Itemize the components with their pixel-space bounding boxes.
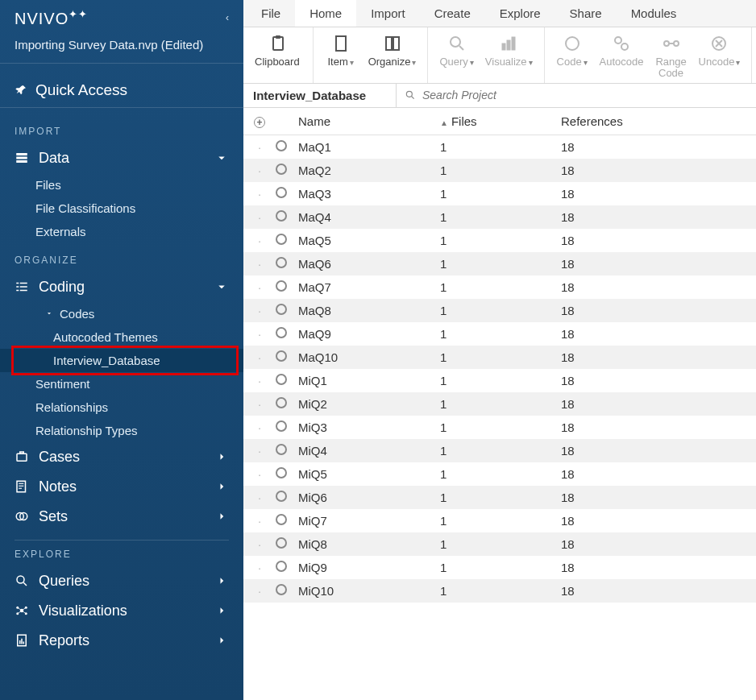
node-icon bbox=[276, 491, 287, 502]
nav-coding[interactable]: Coding bbox=[0, 272, 243, 302]
menu-modules[interactable]: Modules bbox=[617, 0, 692, 27]
ribbon-item-label: Item bbox=[328, 56, 348, 68]
ribbon-query: Query▾ bbox=[439, 34, 473, 68]
table-row[interactable]: ·MaQ8118 bbox=[243, 299, 756, 322]
sidebar-item-autocoded-themes[interactable]: Autocoded Themes bbox=[0, 325, 243, 349]
sidebar-item-externals[interactable]: Externals bbox=[0, 220, 243, 243]
cell-refs: 18 bbox=[561, 584, 756, 598]
table-row[interactable]: ·MaQ10118 bbox=[243, 346, 756, 369]
node-icon bbox=[276, 210, 287, 222]
expand-all-icon[interactable]: + bbox=[254, 117, 265, 128]
nav-reports-label: Reports bbox=[39, 632, 89, 649]
cell-refs: 18 bbox=[561, 304, 756, 317]
node-icon bbox=[276, 234, 287, 245]
ribbon-autocode: Autocode bbox=[600, 34, 644, 80]
sidebar-item-relationship-types[interactable]: Relationship Types bbox=[0, 419, 243, 442]
data-icon bbox=[15, 151, 29, 165]
ribbon-clipboard[interactable]: Clipboard bbox=[255, 34, 301, 68]
table-row[interactable]: ·MaQ1118 bbox=[243, 135, 756, 159]
nav-cases[interactable]: Cases bbox=[0, 442, 243, 472]
nav-queries[interactable]: Queries bbox=[0, 566, 243, 596]
cell-files: 1 bbox=[440, 491, 561, 504]
table-row[interactable]: ·MiQ2118 bbox=[243, 392, 756, 416]
col-name-header[interactable]: Name bbox=[295, 114, 440, 128]
cell-files: 1 bbox=[440, 280, 561, 294]
tree-connector: · bbox=[243, 140, 276, 154]
svg-rect-5 bbox=[16, 286, 19, 288]
quick-access[interactable]: Quick Access bbox=[0, 73, 243, 108]
menu-explore[interactable]: Explore bbox=[485, 0, 555, 27]
node-icon bbox=[276, 187, 287, 198]
col-files-header[interactable]: ▲Files bbox=[440, 114, 561, 128]
search-input[interactable] bbox=[422, 89, 748, 101]
tree-connector: · bbox=[243, 187, 276, 201]
nav-visualizations[interactable]: Visualizations bbox=[0, 596, 243, 626]
table-row[interactable]: ·MiQ7118 bbox=[243, 509, 756, 532]
cell-refs: 18 bbox=[561, 561, 756, 574]
node-icon bbox=[276, 304, 287, 315]
nav-data-label: Data bbox=[39, 150, 69, 167]
nav-sets[interactable]: Sets bbox=[0, 502, 243, 532]
svg-point-42 bbox=[566, 37, 579, 50]
menu-file[interactable]: File bbox=[247, 0, 295, 27]
expand-header[interactable]: + bbox=[243, 114, 276, 128]
coding-icon bbox=[15, 280, 29, 294]
nav-reports[interactable]: Reports bbox=[0, 626, 243, 656]
table-row[interactable]: ·MiQ3118 bbox=[243, 416, 756, 439]
ribbon-code-label: Code bbox=[557, 56, 582, 68]
cell-name: MiQ1 bbox=[295, 374, 440, 387]
cell-refs: 18 bbox=[561, 491, 756, 504]
cell-files: 1 bbox=[440, 467, 561, 481]
item-icon bbox=[331, 34, 351, 53]
search-icon bbox=[405, 89, 416, 101]
col-refs-header[interactable]: References bbox=[561, 114, 756, 128]
table-row[interactable]: ·MiQ10118 bbox=[243, 579, 756, 603]
table-row[interactable]: ·MaQ5118 bbox=[243, 229, 756, 252]
cell-name: MiQ3 bbox=[295, 420, 440, 434]
node-icon bbox=[276, 420, 287, 432]
table-row[interactable]: ·MiQ5118 bbox=[243, 462, 756, 486]
cell-files: 1 bbox=[440, 420, 561, 434]
menu-import[interactable]: Import bbox=[356, 0, 420, 27]
sidebar-item-relationships[interactable]: Relationships bbox=[0, 396, 243, 419]
table-row[interactable]: ·MiQ6118 bbox=[243, 486, 756, 509]
table-row[interactable]: ·MiQ1118 bbox=[243, 369, 756, 392]
cell-files: 1 bbox=[440, 140, 561, 154]
table-row[interactable]: ·MaQ4118 bbox=[243, 205, 756, 229]
node-icon bbox=[276, 561, 287, 572]
queries-icon bbox=[15, 574, 29, 588]
table-row[interactable]: ·MaQ2118 bbox=[243, 159, 756, 182]
tree-connector: · bbox=[243, 584, 276, 598]
sidebar-item-files[interactable]: Files bbox=[0, 173, 243, 197]
ribbon-organize[interactable]: Organize▾ bbox=[368, 34, 417, 68]
sidebar-collapse-icon[interactable]: ‹ bbox=[226, 12, 229, 23]
sidebar-item-interview-database[interactable]: Interview_Database bbox=[0, 349, 243, 372]
cell-name: MiQ10 bbox=[295, 584, 440, 598]
ribbon-item[interactable]: Item▾ bbox=[325, 34, 357, 68]
cases-icon bbox=[15, 449, 29, 464]
svg-rect-4 bbox=[20, 283, 27, 284]
table-row[interactable]: ·MiQ9118 bbox=[243, 556, 756, 579]
dropdown-icon: ▾ bbox=[584, 58, 588, 67]
sidebar-item-sentiment[interactable]: Sentiment bbox=[0, 372, 243, 396]
nav-notes-label: Notes bbox=[39, 478, 77, 495]
sidebar-item-file-classifications[interactable]: File Classifications bbox=[0, 197, 243, 220]
svg-rect-34 bbox=[336, 36, 346, 51]
table-row[interactable]: ·MiQ4118 bbox=[243, 439, 756, 462]
table-row[interactable]: ·MaQ6118 bbox=[243, 252, 756, 275]
table-row[interactable]: ·MaQ3118 bbox=[243, 182, 756, 205]
menu-share[interactable]: Share bbox=[555, 0, 617, 27]
menu-create[interactable]: Create bbox=[420, 0, 485, 27]
table-row[interactable]: ·MaQ7118 bbox=[243, 275, 756, 299]
menu-home[interactable]: Home bbox=[295, 0, 356, 27]
table-row[interactable]: ·MiQ8118 bbox=[243, 532, 756, 556]
table-row[interactable]: ·MaQ9118 bbox=[243, 322, 756, 346]
project-name: Importing Survey Data.nvp (Edited) bbox=[0, 35, 243, 64]
search-box[interactable] bbox=[397, 85, 756, 105]
node-icon bbox=[276, 397, 287, 408]
dropdown-icon: ▾ bbox=[470, 58, 474, 67]
nav-data[interactable]: Data bbox=[0, 143, 243, 173]
svg-rect-0 bbox=[16, 153, 27, 155]
sidebar-item-codes[interactable]: Codes bbox=[0, 302, 243, 325]
nav-notes[interactable]: Notes bbox=[0, 472, 243, 502]
